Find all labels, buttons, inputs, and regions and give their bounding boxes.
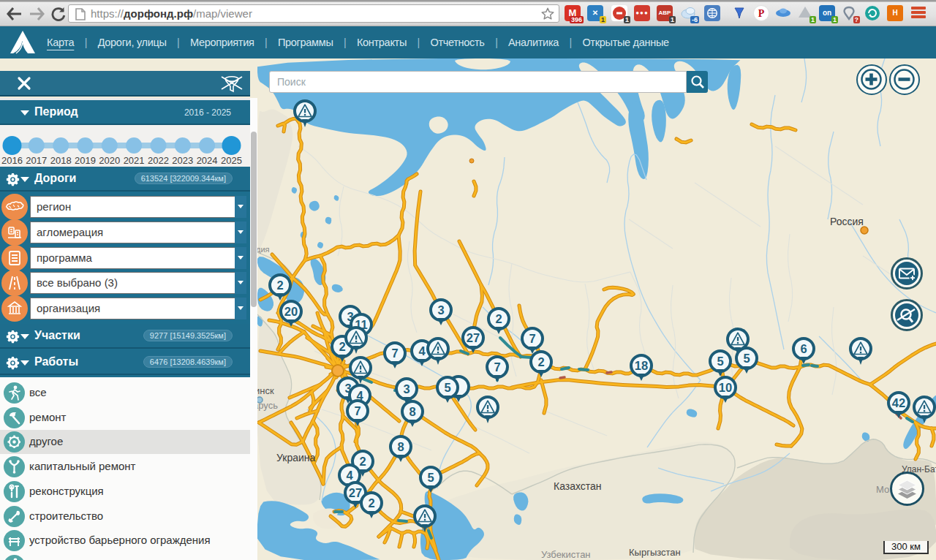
svg-text:2025: 2025: [221, 155, 242, 166]
svg-text:2019: 2019: [75, 155, 96, 166]
svg-text:2023: 2023: [172, 155, 193, 166]
svg-text:2018: 2018: [50, 155, 72, 166]
svg-text:2020: 2020: [99, 155, 120, 166]
svg-text:2017: 2017: [26, 155, 47, 166]
svg-text:2022: 2022: [148, 155, 169, 166]
svg-text:2016: 2016: [1, 155, 23, 166]
svg-text:2021: 2021: [124, 155, 145, 166]
svg-text:2024: 2024: [197, 155, 218, 166]
